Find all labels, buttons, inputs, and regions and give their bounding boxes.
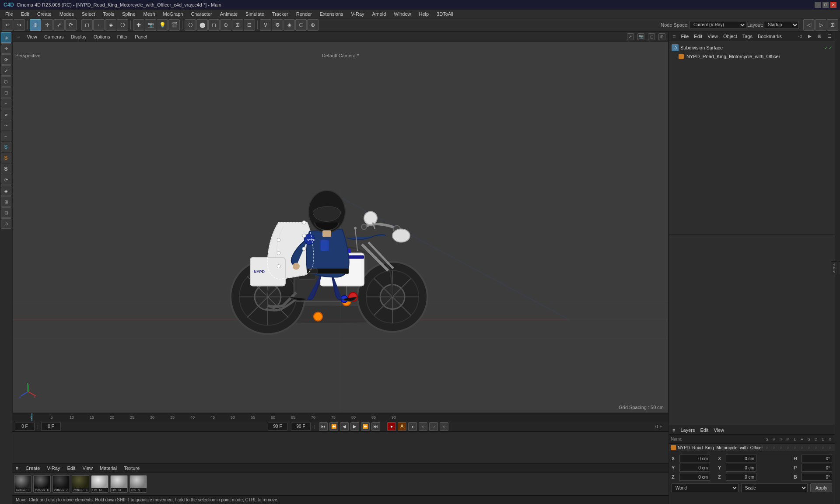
add-object-button[interactable]: ✚ [133, 19, 144, 31]
camera-button[interactable]: 📷 [145, 19, 156, 31]
scene-container[interactable]: POLICE NYPD [13, 42, 668, 413]
display-mode-3[interactable]: ◻ [208, 19, 220, 31]
menu-mesh[interactable]: Mesh [140, 10, 159, 18]
prev-frame-button[interactable]: ⏪ [329, 422, 338, 431]
viewport-view-menu[interactable]: View [25, 34, 39, 40]
om-search[interactable]: ⊞ [816, 32, 823, 40]
coord-b-input[interactable]: 0° [802, 473, 832, 481]
om-edit-menu[interactable]: Edit [692, 33, 704, 39]
tool-move[interactable]: ✛ [42, 19, 53, 31]
menu-extensions[interactable]: Extensions [316, 10, 347, 18]
left-tool-knife[interactable]: ⌀ [1, 109, 11, 119]
viewport-options-menu[interactable]: Options [92, 34, 112, 40]
tool-polygon[interactable]: ⬡ [117, 19, 128, 31]
material-officer-c[interactable]: Officer_c [52, 475, 70, 493]
coord-action-select[interactable]: Scale Move Rotate [741, 483, 808, 492]
material-us2[interactable]: US_NYPI [110, 475, 128, 493]
layer-row-nypd[interactable]: NYPD_Road_King_Motorcycle_with_Officer ○… [669, 444, 835, 452]
menu-spline[interactable]: Spline [119, 10, 139, 18]
viewport-safe-area[interactable]: ⊞ [658, 33, 665, 40]
record-button[interactable]: ● [387, 422, 396, 431]
material-vray-menu[interactable]: V-Ray [45, 465, 62, 471]
coord-apply-button[interactable]: Apply [810, 483, 832, 492]
titlebar-controls[interactable]: ─ □ ✕ [815, 2, 836, 8]
left-tool-text-s2[interactable]: S [1, 153, 11, 163]
display-mode-1[interactable]: ⬡ [185, 19, 196, 31]
end-frame-input[interactable] [291, 423, 311, 430]
display-mode-2[interactable]: ⬤ [196, 19, 208, 31]
key-sel2-button[interactable]: ○ [440, 422, 448, 431]
menu-vray[interactable]: V-Ray [348, 10, 368, 18]
om-view-menu[interactable]: View [706, 33, 720, 39]
material-us1[interactable]: US_NYPI [91, 475, 108, 493]
layers-menu[interactable]: Layers [679, 427, 696, 433]
material-officer-b[interactable]: Officer_b [33, 475, 51, 493]
play-forward-button[interactable]: ▶ [350, 422, 359, 431]
om-bookmarks-menu[interactable]: Bookmarks [756, 33, 784, 39]
menu-create[interactable]: Create [34, 10, 55, 18]
render-button[interactable]: 🎬 [168, 19, 180, 31]
menu-simulate[interactable]: Simulate [242, 10, 268, 18]
menu-tools[interactable]: Tools [99, 10, 118, 18]
menu-window[interactable]: Window [390, 10, 414, 18]
menu-render[interactable]: Render [293, 10, 315, 18]
layer-icon-a[interactable]: ○ [799, 445, 805, 450]
redo-button[interactable]: ↪ [14, 19, 25, 31]
node-space-select[interactable]: Current (V-Ray) [690, 21, 746, 29]
layout-select[interactable]: Startup [764, 21, 799, 29]
nav-bookmark[interactable]: ⊞ [827, 19, 838, 31]
next-frame-button[interactable]: ⏩ [361, 422, 370, 431]
layer-icon-r[interactable]: ○ [778, 445, 784, 450]
left-tool-layer[interactable]: ⊟ [1, 207, 11, 218]
side-tab-area[interactable]: AREA [831, 261, 837, 275]
layer-icon-m[interactable]: ○ [785, 445, 791, 450]
layer-icon-e[interactable]: ○ [820, 445, 826, 450]
viewport-camera-set[interactable]: 📷 [637, 33, 644, 40]
coord-p-input[interactable]: 0° [802, 464, 832, 472]
layer-icon-d[interactable]: ○ [813, 445, 819, 450]
layer-icon-l[interactable]: ○ [792, 445, 798, 450]
viewport-display-menu[interactable]: Display [69, 34, 88, 40]
om-nav-back[interactable]: ◁ [796, 32, 804, 40]
left-tool-rotate[interactable]: ⟳ [1, 54, 11, 65]
left-tool-magnet[interactable]: ⟳ [1, 175, 11, 185]
viewport-filter-menu[interactable]: Filter [116, 34, 130, 40]
material-texture-menu[interactable]: Texture [122, 465, 141, 471]
display-mode-5[interactable]: ⊞ [232, 19, 243, 31]
close-button[interactable]: ✕ [830, 2, 836, 8]
om-object-menu[interactable]: Object [721, 33, 739, 39]
vray-btn-1[interactable]: V [260, 19, 271, 31]
vray-btn-4[interactable]: ⬡ [295, 19, 307, 31]
tool-live-select[interactable]: ⊕ [30, 19, 41, 31]
layer-icon-g[interactable]: ○ [806, 445, 812, 450]
viewport-cameras-menu[interactable]: Cameras [42, 34, 66, 40]
viewport-render-region[interactable]: ◻ [648, 33, 655, 40]
material-officer-s[interactable]: Officer_s [72, 475, 89, 493]
obj-subdivision-surface[interactable]: ⬡ Subdivision Surface ✓ ✓ [671, 43, 833, 52]
light-button[interactable]: 💡 [157, 19, 168, 31]
om-nav-fwd[interactable]: ▶ [806, 32, 814, 40]
play-back-button[interactable]: ◀ [340, 422, 349, 431]
left-tool-scale[interactable]: ⤢ [1, 65, 11, 76]
left-tool-edge[interactable]: ◻ [1, 87, 11, 98]
menu-tracker[interactable]: Tracker [269, 10, 292, 18]
material-view-menu[interactable]: View [80, 465, 94, 471]
coord-y-pos-input[interactable]: 0 cm [679, 464, 710, 472]
material-edit-menu[interactable]: Edit [65, 465, 77, 471]
layers-view-menu[interactable]: View [712, 427, 726, 433]
layer-icon-s[interactable]: ○ [764, 445, 770, 450]
tool-point[interactable]: ◦ [93, 19, 105, 31]
vray-btn-2[interactable]: ⚙ [272, 19, 283, 31]
menu-modes[interactable]: Modes [56, 10, 77, 18]
key-sel-button[interactable]: ○ [429, 422, 438, 431]
vray-btn-3[interactable]: ◈ [284, 19, 295, 31]
tool-rotate[interactable]: ⟳ [65, 19, 77, 31]
menu-edit[interactable]: Edit [18, 10, 33, 18]
material-us3[interactable]: US_NYPI [130, 475, 147, 493]
viewport[interactable]: ≡ View Cameras Display Options Filter Pa… [12, 32, 668, 413]
left-tool-brush[interactable]: ◈ [1, 186, 11, 196]
material-hamburger[interactable]: ≡ [14, 465, 20, 471]
left-tool-text-s1[interactable]: S [1, 142, 11, 152]
left-tool-polygon[interactable]: ⬡ [1, 76, 11, 87]
vray-btn-5[interactable]: ⊕ [307, 19, 318, 31]
